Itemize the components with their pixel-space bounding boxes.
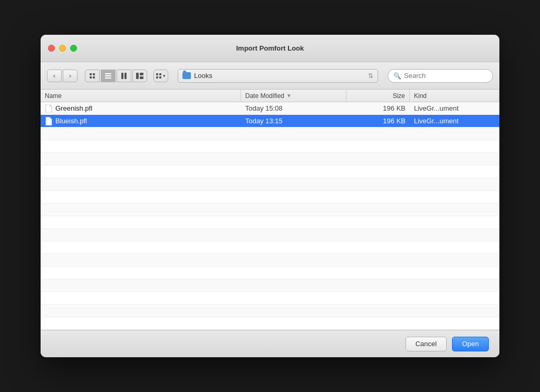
toolbar: ‹ › [41, 62, 499, 90]
sort-indicator: ▼ [286, 93, 292, 99]
back-button[interactable]: ‹ [47, 70, 62, 82]
empty-row [41, 292, 499, 305]
close-button[interactable] [48, 45, 55, 52]
file-name-label: Greenish.pfl [55, 104, 92, 112]
empty-row [41, 267, 499, 279]
traffic-lights [48, 45, 77, 52]
cover-view-button[interactable] [132, 70, 147, 82]
nav-buttons: ‹ › [47, 70, 78, 82]
file-size-label: 196 KB [346, 117, 410, 125]
arrange-dropdown-arrow: ▾ [163, 73, 166, 79]
empty-row [41, 241, 499, 254]
minimize-button[interactable] [59, 45, 66, 52]
table-row[interactable]: Greenish.pfl Today 15:08 196 KB LiveGr..… [41, 102, 499, 115]
empty-row [41, 191, 499, 203]
location-text: Looks [194, 72, 213, 80]
location-bar[interactable]: Looks ⇅ [178, 69, 378, 83]
table-row[interactable]: Blueish.pfl Today 13:15 196 KB LiveGr...… [41, 115, 499, 128]
titlebar: Import Pomfort Look [41, 35, 499, 62]
empty-row [41, 229, 499, 241]
cancel-button[interactable]: Cancel [406, 337, 447, 351]
arrange-icon [156, 73, 161, 79]
file-name-cell: Blueish.pfl [41, 117, 241, 125]
finder-window: Import Pomfort Look ‹ › [41, 35, 499, 357]
icon-view-button[interactable] [85, 70, 100, 82]
empty-row [41, 165, 499, 178]
date-column-header[interactable]: Date Modified ▼ [241, 90, 346, 102]
window-title: Import Pomfort Look [236, 44, 304, 52]
empty-row [41, 254, 499, 267]
size-column-header[interactable]: Size [346, 90, 410, 102]
cover-view-icon [136, 73, 143, 79]
file-date-label: Today 13:15 [241, 117, 346, 125]
list-view-button[interactable] [101, 70, 115, 82]
icon-grid-icon [90, 73, 95, 79]
name-column-header[interactable]: Name [41, 90, 241, 102]
file-date-label: Today 15:08 [241, 104, 346, 112]
forward-button[interactable]: › [63, 70, 78, 82]
file-list: Greenish.pfl Today 15:08 196 KB LiveGr..… [41, 102, 499, 330]
empty-row [41, 305, 499, 317]
empty-row [41, 178, 499, 191]
empty-row [41, 317, 499, 330]
search-input[interactable] [404, 72, 478, 80]
open-button[interactable]: Open [452, 337, 489, 351]
maximize-button[interactable] [70, 45, 77, 52]
file-icon [45, 117, 52, 125]
view-buttons [85, 70, 147, 82]
file-name-cell: Greenish.pfl [41, 104, 241, 113]
empty-row [41, 216, 499, 229]
arrange-view-button[interactable]: ▾ [153, 70, 168, 82]
column-view-button[interactable] [117, 70, 131, 82]
file-kind-label: LiveGr...ument [410, 104, 499, 112]
folder-icon [182, 72, 191, 79]
empty-row [41, 153, 499, 165]
empty-row [41, 279, 499, 292]
search-box[interactable]: 🔍 [388, 69, 493, 83]
file-name-label: Blueish.pfl [55, 117, 87, 125]
search-icon: 🔍 [393, 72, 401, 80]
file-size-label: 196 KB [346, 104, 410, 112]
empty-row [41, 203, 499, 216]
file-icon [45, 104, 52, 113]
location-content: Looks [182, 72, 213, 80]
kind-column-header[interactable]: Kind [410, 90, 499, 102]
footer: Cancel Open [41, 330, 499, 357]
empty-rows [41, 128, 499, 330]
empty-row [41, 128, 499, 140]
location-stepper-icon: ⇅ [368, 72, 373, 80]
list-view-icon [105, 73, 111, 79]
empty-row [41, 140, 499, 153]
column-view-icon [121, 73, 127, 79]
file-kind-label: LiveGr...ument [410, 117, 499, 125]
column-headers: Name Date Modified ▼ Size Kind [41, 90, 499, 102]
